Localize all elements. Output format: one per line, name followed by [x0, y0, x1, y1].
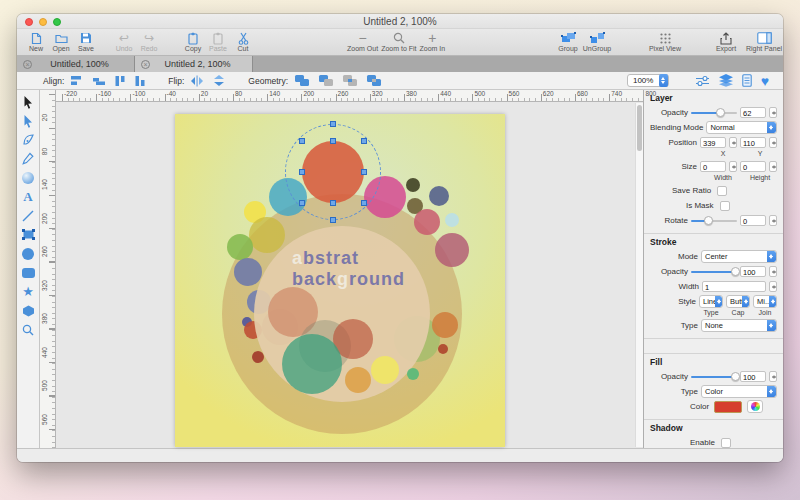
artwork-circle[interactable] — [234, 258, 262, 286]
stroke-opacity-stepper[interactable] — [769, 266, 777, 277]
blending-mode-select[interactable]: Normal — [706, 121, 777, 134]
rotate-field[interactable]: 0 — [740, 215, 766, 226]
artwork-circle[interactable] — [371, 356, 399, 384]
stroke-mode-select[interactable]: Center — [701, 250, 777, 263]
align-left-button[interactable] — [70, 75, 84, 86]
align-bottom-vertical-button[interactable] — [134, 75, 146, 87]
artwork-circle[interactable] — [345, 367, 371, 393]
selection-handle[interactable] — [361, 138, 367, 144]
zoom-in-button[interactable]: + Zoom In — [420, 31, 446, 52]
position-x-stepper[interactable] — [729, 137, 737, 148]
artwork-circle[interactable] — [407, 368, 419, 380]
geometry-union-button[interactable] — [294, 74, 310, 87]
align-bottom-button[interactable] — [92, 75, 106, 86]
fill-color-swatch[interactable] — [714, 401, 742, 413]
layer-opacity-slider[interactable] — [691, 108, 737, 117]
selection-handle[interactable] — [299, 138, 305, 144]
zoom-window-button[interactable] — [53, 18, 61, 26]
selection-handle[interactable] — [361, 169, 367, 175]
group-button[interactable]: Group — [557, 31, 579, 52]
new-button[interactable]: New — [25, 31, 47, 52]
geometry-exclude-button[interactable] — [366, 74, 382, 87]
artwork-circle[interactable] — [429, 186, 449, 206]
size-width-field[interactable]: 0 — [700, 161, 726, 172]
document-panel-button[interactable] — [742, 74, 752, 87]
artwork-circle[interactable] — [438, 344, 448, 354]
rotate-stepper[interactable] — [769, 215, 777, 226]
artwork-circle[interactable] — [406, 178, 420, 192]
flip-vertical-button[interactable] — [212, 74, 226, 87]
geometry-subtract-button[interactable] — [318, 74, 334, 87]
ungroup-button[interactable]: UnGroup — [582, 31, 612, 52]
star-tool[interactable]: ★ — [17, 282, 39, 301]
zoom-out-button[interactable]: − Zoom Out — [347, 31, 378, 52]
stroke-opacity-slider[interactable] — [691, 267, 737, 276]
save-button[interactable]: Save — [75, 31, 97, 52]
stroke-line-type-select[interactable]: Line — [699, 295, 723, 308]
undo-button[interactable]: ↩ Undo — [113, 31, 135, 52]
canvas-zoom-select[interactable]: 100% — [627, 74, 669, 87]
size-width-stepper[interactable] — [729, 161, 737, 172]
size-height-field[interactable]: 0 — [740, 161, 766, 172]
artwork-page[interactable]: abstrat background — [175, 114, 505, 447]
selection-handle[interactable] — [299, 169, 305, 175]
canvas-scrollbar-thumb[interactable] — [637, 105, 642, 151]
is-mask-checkbox[interactable] — [720, 201, 730, 211]
tab-untitled-2[interactable]: × Untitled 2, 100% — [135, 56, 253, 72]
save-ratio-checkbox[interactable] — [717, 186, 727, 196]
artwork-circle[interactable] — [282, 334, 342, 394]
canvas-scrollbar[interactable] — [635, 103, 643, 447]
pencil-tool[interactable] — [17, 149, 39, 168]
stroke-type-select[interactable]: None — [701, 319, 777, 332]
artwork-circle[interactable] — [227, 234, 253, 260]
polygon-tool[interactable] — [17, 301, 39, 320]
selection-handle[interactable] — [299, 200, 305, 206]
export-button[interactable]: Export — [712, 31, 740, 52]
zoom-stepper-icon[interactable] — [659, 74, 668, 87]
zoom-to-fit-button[interactable]: Zoom to Fit — [381, 31, 416, 52]
stroke-width-stepper[interactable] — [769, 281, 777, 292]
stroke-opacity-field[interactable]: 100 — [740, 266, 766, 277]
direct-select-tool[interactable] — [17, 111, 39, 130]
tab-untitled-1[interactable]: × Untitled, 100% — [17, 56, 135, 72]
line-tool[interactable] — [17, 206, 39, 225]
redo-button[interactable]: ↪ Redo — [138, 31, 160, 52]
artwork-circle[interactable] — [432, 312, 458, 338]
fill-opacity-slider[interactable] — [691, 372, 737, 381]
position-y-stepper[interactable] — [769, 137, 777, 148]
position-y-field[interactable]: 110 — [740, 137, 766, 148]
artwork-circle[interactable] — [414, 209, 440, 235]
layer-opacity-field[interactable]: 62 — [740, 107, 766, 118]
select-tool[interactable] — [17, 92, 39, 111]
tab-close-icon[interactable]: × — [141, 60, 150, 69]
ellipse-tool[interactable] — [17, 244, 39, 263]
copy-button[interactable]: Copy — [182, 31, 204, 52]
zoom-tool[interactable] — [17, 320, 39, 339]
stroke-cap-select[interactable]: Butt — [726, 295, 750, 308]
color-picker-button[interactable] — [747, 400, 763, 413]
tab-close-icon[interactable]: × — [23, 60, 32, 69]
open-button[interactable]: Open — [50, 31, 72, 52]
gradient-tool[interactable] — [17, 168, 39, 187]
size-height-stepper[interactable] — [769, 161, 777, 172]
artwork-circle[interactable] — [249, 217, 285, 253]
pen-tool[interactable] — [17, 130, 39, 149]
fill-type-select[interactable]: Color — [701, 385, 777, 398]
rotate-slider[interactable] — [691, 216, 737, 225]
align-top-vertical-button[interactable] — [114, 75, 126, 87]
right-panel-button[interactable]: Right Panel — [745, 31, 783, 52]
fill-opacity-field[interactable]: 100 — [740, 371, 766, 382]
shadow-enable-checkbox[interactable] — [721, 438, 731, 448]
titlebar[interactable]: Untitled 2, 100% — [17, 14, 783, 29]
selection-handle[interactable] — [330, 217, 336, 223]
close-window-button[interactable] — [25, 18, 33, 26]
selection-handle[interactable] — [330, 121, 336, 127]
selection-handle[interactable] — [330, 200, 336, 206]
selection-handle[interactable] — [330, 138, 336, 144]
selection-handle[interactable] — [361, 200, 367, 206]
fill-opacity-stepper[interactable] — [769, 371, 777, 382]
pixel-view-button[interactable]: Pixel View — [647, 31, 683, 52]
artwork-circle[interactable] — [435, 233, 469, 267]
favorites-heart-icon[interactable]: ♥ — [761, 75, 769, 87]
paste-button[interactable]: Paste — [207, 31, 229, 52]
